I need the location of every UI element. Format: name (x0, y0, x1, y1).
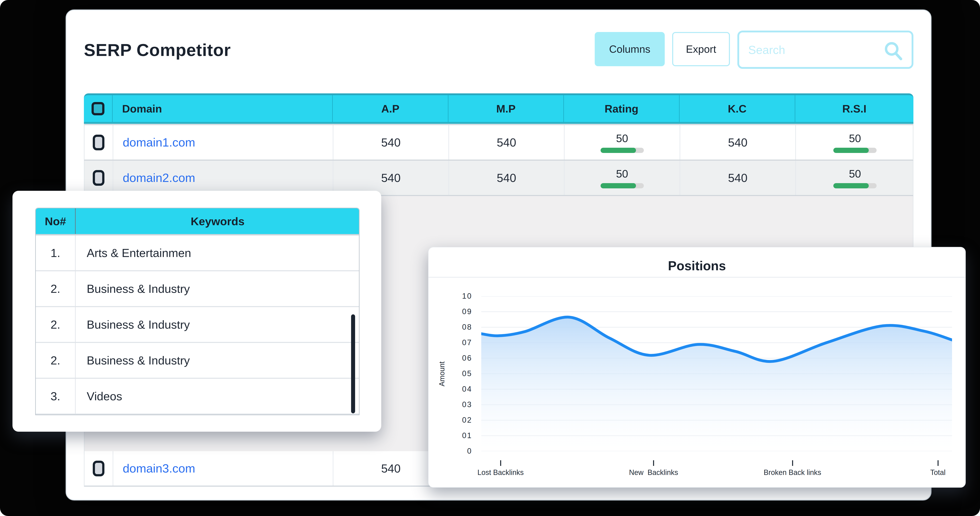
header-divider (84, 124, 913, 125)
x-tick-label: New Backlinks (629, 468, 678, 477)
positions-line-chart (481, 296, 952, 451)
row1-kc: 540 (679, 125, 795, 159)
y-tick-08: 08 (437, 323, 472, 331)
column-header-rsi[interactable]: R.S.I (795, 95, 913, 122)
domain3-link[interactable]: domain3.com (123, 462, 195, 475)
row2-rating-bar (601, 183, 644, 188)
column-header-domain[interactable]: Domain (112, 95, 332, 122)
row2-mp: 540 (449, 161, 564, 195)
row2-checkbox[interactable] (93, 170, 104, 186)
table-row-domain1: domain1.com 540 540 50 540 50 (84, 125, 913, 161)
y-tick-10: 10 (437, 292, 472, 301)
column-header-mp[interactable]: M.P (448, 95, 563, 122)
y-tick-07: 07 (437, 338, 472, 347)
x-tick-label: Total (930, 468, 946, 477)
row1-rating: 50 (601, 132, 644, 153)
row2-rating: 50 (601, 167, 644, 188)
y-tick-09: 09 (437, 307, 472, 316)
export-button[interactable]: Export (672, 32, 730, 66)
row3-checkbox[interactable] (93, 461, 104, 476)
keyword-row-1: 1. Arts & Entertainmen (36, 236, 359, 271)
x-tick-mark (653, 460, 654, 466)
page-title: SERP Competitor (84, 40, 231, 60)
positions-chart-card: Positions Amount 100908070605040302010 L… (428, 247, 966, 487)
x-tick-mark (500, 460, 501, 466)
column-header-no: No# (36, 208, 75, 234)
y-tick-04: 04 (437, 385, 472, 393)
x-tick-mark (937, 460, 939, 466)
keywords-table: No# Keywords 1. Arts & Entertainmen 2. B… (35, 208, 360, 415)
header-bottom-strip (84, 122, 913, 124)
column-header-kc[interactable]: K.C (679, 95, 795, 122)
column-header-rating[interactable]: Rating (563, 95, 679, 122)
keyword-row-2: 2. Business & Industry (36, 271, 359, 307)
serp-table-header: Domain A.P M.P Rating K.C R.S.I (84, 93, 913, 122)
keyword-row-3: 2. Business & Industry (36, 307, 359, 343)
row1-ap: 540 (333, 125, 449, 159)
y-tick-05: 05 (437, 369, 472, 378)
row2-ap: 540 (333, 161, 449, 195)
keywords-table-header: No# Keywords (36, 208, 359, 236)
chart-title-divider (428, 277, 965, 277)
row1-mp: 540 (449, 125, 564, 159)
column-header-ap[interactable]: A.P (332, 95, 448, 122)
select-all-cell (84, 95, 112, 122)
x-tick-mark (792, 460, 793, 466)
y-tick-01: 01 (437, 431, 472, 440)
row2-kc: 540 (679, 161, 795, 195)
row2-rsi: 50 (833, 167, 877, 188)
x-tick-label: Lost Backlinks (477, 468, 524, 477)
row1-rsi: 50 (833, 132, 877, 153)
y-tick-03: 03 (437, 400, 472, 409)
row1-rating-bar (601, 148, 644, 153)
y-tick-06: 06 (437, 354, 472, 362)
row2-rsi-bar (833, 183, 877, 188)
y-tick-02: 02 (437, 416, 472, 424)
keyword-row-5: 3. Videos (36, 379, 359, 414)
row1-checkbox[interactable] (93, 135, 104, 150)
search-box[interactable] (737, 30, 913, 69)
domain1-link[interactable]: domain1.com (123, 135, 195, 149)
x-tick-label: Broken Back links (764, 468, 821, 477)
search-icon (883, 40, 905, 62)
chart-title: Positions (428, 258, 965, 273)
column-header-keywords: Keywords (75, 208, 360, 234)
select-all-checkbox[interactable] (92, 102, 104, 115)
columns-button[interactable]: Columns (595, 32, 665, 66)
keyword-row-4: 2. Business & Industry (36, 343, 359, 379)
keywords-panel: No# Keywords 1. Arts & Entertainmen 2. B… (13, 191, 381, 432)
domain2-link[interactable]: domain2.com (123, 171, 195, 185)
row1-rsi-bar (833, 148, 877, 153)
keywords-scrollbar-thumb[interactable] (351, 314, 355, 413)
y-tick-0: 0 (437, 447, 472, 455)
search-input[interactable] (748, 32, 885, 67)
